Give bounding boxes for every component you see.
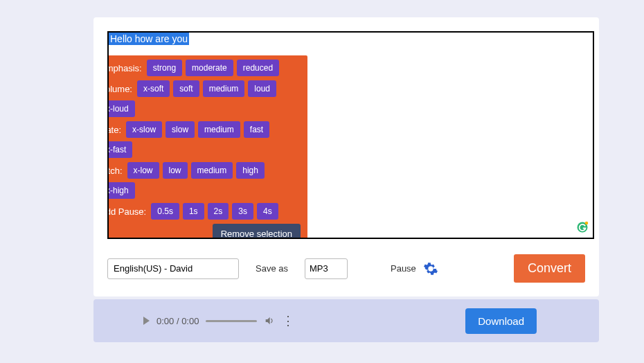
- pause-3s-button[interactable]: 3s: [232, 203, 253, 220]
- emphasis-strong-button[interactable]: strong: [147, 60, 182, 76]
- pause-settings-label: Pause: [391, 263, 416, 274]
- controls-row: Save as Pause Convert: [107, 254, 585, 283]
- download-button[interactable]: Download: [465, 308, 537, 334]
- pitch-row: Pitch: x-low low medium high x-high: [107, 162, 302, 199]
- player-bar: 0:00 / 0:00 ⋮ Download: [93, 299, 599, 342]
- gear-icon[interactable]: [423, 261, 438, 276]
- audio-player: 0:00 / 0:00 ⋮: [143, 315, 294, 327]
- rate-label: Rate:: [107, 125, 121, 135]
- pause-05s-button[interactable]: 0.5s: [151, 203, 179, 220]
- emphasis-row: Emphasis: strong moderate reduced: [107, 60, 302, 76]
- rate-row: Rate: x-slow slow medium fast x-fast: [107, 121, 302, 158]
- rate-slow-button[interactable]: slow: [166, 121, 195, 138]
- rate-fast-button[interactable]: fast: [244, 121, 269, 138]
- convert-button[interactable]: Convert: [514, 254, 585, 283]
- emphasis-moderate-button[interactable]: moderate: [186, 60, 233, 76]
- saveas-label: Save as: [256, 263, 288, 274]
- pitch-high-button[interactable]: high: [236, 162, 265, 179]
- pause-4s-button[interactable]: 4s: [257, 203, 278, 220]
- volume-xsoft-button[interactable]: x-soft: [137, 80, 170, 97]
- volume-xloud-button[interactable]: x-loud: [107, 100, 135, 117]
- voice-select[interactable]: [107, 258, 239, 279]
- remove-row: Remove selection: [107, 224, 302, 239]
- play-icon[interactable]: [143, 317, 150, 325]
- volume-row: Volume: x-soft soft medium loud x-loud: [107, 80, 302, 117]
- emphasis-reduced-button[interactable]: reduced: [237, 60, 279, 76]
- selected-text: Hello how are you: [109, 33, 189, 45]
- pitch-xlow-button[interactable]: x-low: [127, 162, 159, 179]
- playback-time: 0:00 / 0:00: [156, 316, 199, 326]
- pause-2s-button[interactable]: 2s: [208, 203, 229, 220]
- rate-medium-button[interactable]: medium: [198, 121, 240, 138]
- pitch-label: Pitch:: [107, 166, 123, 176]
- emphasis-label: Emphasis:: [107, 63, 142, 73]
- format-select[interactable]: [305, 258, 348, 279]
- more-menu-icon[interactable]: ⋮: [282, 315, 294, 327]
- progress-track[interactable]: [206, 320, 257, 322]
- volume-medium-button[interactable]: medium: [203, 80, 245, 97]
- svg-point-1: [585, 222, 589, 225]
- grammarly-icon[interactable]: [576, 221, 589, 233]
- remove-selection-button[interactable]: Remove selection: [213, 224, 301, 239]
- volume-soft-button[interactable]: soft: [173, 80, 199, 97]
- tts-card: Hello how are you Emphasis: strong moder…: [93, 17, 599, 296]
- text-editor[interactable]: Hello how are you Emphasis: strong moder…: [107, 31, 594, 239]
- pitch-medium-button[interactable]: medium: [191, 162, 233, 179]
- pitch-xhigh-button[interactable]: x-high: [107, 182, 135, 199]
- rate-xfast-button[interactable]: x-fast: [107, 141, 132, 158]
- add-pause-label: Add Pause:: [107, 206, 146, 217]
- pause-row: Add Pause: 0.5s 1s 2s 3s 4s: [107, 203, 302, 220]
- volume-label: Volume:: [107, 84, 132, 94]
- ssml-toolbox: Emphasis: strong moderate reduced Volume…: [107, 55, 307, 239]
- pause-1s-button[interactable]: 1s: [183, 203, 204, 220]
- volume-icon[interactable]: [264, 315, 275, 326]
- volume-loud-button[interactable]: loud: [248, 80, 276, 97]
- pitch-low-button[interactable]: low: [163, 162, 188, 179]
- rate-xslow-button[interactable]: x-slow: [126, 121, 162, 138]
